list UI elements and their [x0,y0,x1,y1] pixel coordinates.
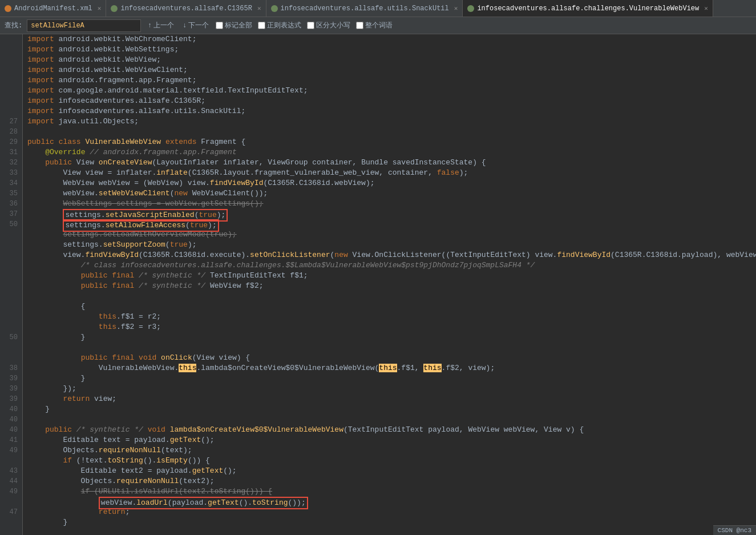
ln-blank21 [0,456,22,466]
search-bar: 查找: ↑ 上一个 ↓ 下一个 标记全部 正则表达式 区分大小写 整个词语 [0,17,756,34]
prev-button[interactable]: ↑ 上一个 [145,19,176,31]
ln-44: 44 [0,476,22,486]
ln-35: 35 [0,188,22,199]
ln-blank8 [0,106,22,116]
ln-blank4 [0,65,22,75]
ln-39b: 39 [0,384,22,394]
code-line-import5: import androidx.fragment.app.Fragment; [27,75,756,86]
tab-close-androidmanifest[interactable]: ✕ [98,5,102,12]
ln-50b: 50 [0,332,22,343]
ln-blank13 [0,271,22,281]
ln-40c: 40 [0,425,22,435]
code-line-39c: if (!text.toString().isEmpty()) { [27,456,756,466]
code-line-36: settings.setLoadWithOverviewMode(true); [27,230,756,240]
code-line-49a: return; [27,507,756,517]
ln-blank16 [0,301,22,312]
code-line-30: View view = inflater.inflate(C1365R.layo… [27,168,756,178]
ln-40: 40 [0,404,22,415]
code-line-blank1 [27,127,756,137]
ln-50: 50 [0,219,22,230]
code-line-39b: Objects.requireNonNull(text); [27,445,756,456]
ln-47: 47 [0,507,22,517]
tab-label-androidmanifest: AndroidManifest.xml [14,5,92,13]
tab-vulnerablewebview[interactable]: infosecadventures.allsafe.challenges.Vul… [463,0,713,17]
ln-27: 27 [0,116,22,127]
tab-close-c1365r[interactable]: ✕ [257,5,261,12]
code-line-27: public class VulnerableWebView extends F… [27,137,756,147]
code-line-40b: Objects.requireNonNull(text2); [27,476,756,486]
code-line-31: WebView webView = (WebView) view.findVie… [27,178,756,188]
status-text: CSDN @nc3 [718,527,751,534]
code-line-32: webView.setWebViewClient(new WebViewClie… [27,188,756,199]
code-line-synth1: public final /* synthetic */ TextInputEd… [27,271,756,281]
ln-blank7 [0,96,22,106]
code-line-34: settings.setJavaScriptEnabled(true); [27,209,756,219]
tab-close-vulnerablewebview[interactable]: ✕ [704,5,708,12]
code-line-close-method: } [27,404,756,415]
option-whole-word[interactable]: 整个词语 [356,21,393,30]
ln-blank6 [0,86,22,96]
ln-blank11 [0,250,22,260]
ln-blank17 [0,312,22,322]
tab-label-snackutil: infosecadventures.allsafe.utils.SnackUti… [281,5,449,13]
ln-40b: 40 [0,415,22,425]
ln-39c: 39 [0,394,22,404]
tab-icon-c1365r [111,5,118,12]
next-button[interactable]: ↓ 下一个 [181,19,211,31]
tab-androidmanifest[interactable]: AndroidManifest.xml ✕ [0,0,106,17]
ln-blank15 [0,291,22,301]
code-container: 27 28 29 31 32 33 34 35 36 37 50 50 38 3… [0,34,756,535]
ln-36: 36 [0,199,22,209]
code-line-blank5 [27,528,756,535]
code-line-import6: import com.google.android.material.textf… [27,86,756,96]
ln-blank14 [0,281,22,291]
option-regex[interactable]: 正则表达式 [258,21,301,30]
code-line-33: WebSettings settings = webView.getSettin… [27,199,756,209]
code-line-40c: if (URLUtil.isValidUrl(text2.toString())… [27,486,756,497]
tab-close-snackutil[interactable]: ✕ [454,5,458,12]
ln-blank10 [0,240,22,250]
ln-blank19 [0,343,22,353]
code-line-synth2: public final /* synthetic */ WebView f$2… [27,281,756,291]
code-line-import9: import java.util.Objects; [27,116,756,127]
code-line-28: @Override // androidx.fragment.app.Fragm… [27,147,756,158]
ln-blank24 [0,528,22,535]
ln-28: 28 [0,127,22,137]
tab-icon-androidmanifest [5,5,11,12]
code-line-onclick: public final void onClick(View view) { [27,353,756,363]
code-line-this2: this.f$2 = r3; [27,322,756,332]
option-case-sensitive[interactable]: 区分大小写 [307,21,350,30]
code-line-return-view: return view; [27,394,756,404]
code-line-this1: this.f$1 = r2; [27,312,756,322]
search-input[interactable] [27,19,141,32]
code-line-39a: Editable text = payload.getText(); [27,435,756,445]
ln-49: 49 [0,445,22,456]
ln-38: 38 [0,363,22,373]
code-line-lambda: VulnerableWebView.this.lambda$onCreateVi… [27,363,756,373]
tab-c1365r[interactable]: infosecadventures.allsafe.C1365R ✕ [106,0,266,17]
ln-49b: 49 [0,486,22,497]
code-line-import8: import infosecadventures.allsafe.utils.S… [27,106,756,116]
ln-29: 29 [0,137,22,147]
ln-34: 34 [0,178,22,188]
ln-blank5 [0,75,22,86]
ln-41: 41 [0,435,22,445]
code-line-35: settings.setAllowFileAccess(true); [27,219,756,230]
tab-label-vulnerablewebview: infosecadventures.allsafe.challenges.Vul… [477,5,699,13]
line-numbers: 27 28 29 31 32 33 34 35 36 37 50 50 38 3… [0,34,23,535]
ln-39: 39 [0,373,22,384]
ln-37: 37 [0,209,22,219]
tab-icon-vulnerablewebview [467,5,474,12]
search-label: 查找: [5,21,22,30]
tab-snackutil[interactable]: infosecadventures.allsafe.utils.SnackUti… [266,0,463,17]
code-line-close-onclick: } [27,373,756,384]
tab-icon-snackutil [271,5,278,12]
code-line-open-brace: { [27,301,756,312]
code-line-29: public View onCreateView(LayoutInflater … [27,158,756,168]
code-line-50: view.findViewById(C1365R.C1368id.execute… [27,250,756,260]
ln-blank18 [0,322,22,332]
option-mark-all[interactable]: 标记全部 [216,21,252,30]
status-bar: CSDN @nc3 [713,525,756,535]
tab-label-c1365r: infosecadventures.allsafe.C1365R [120,5,252,13]
code-line-blank4 [27,415,756,425]
